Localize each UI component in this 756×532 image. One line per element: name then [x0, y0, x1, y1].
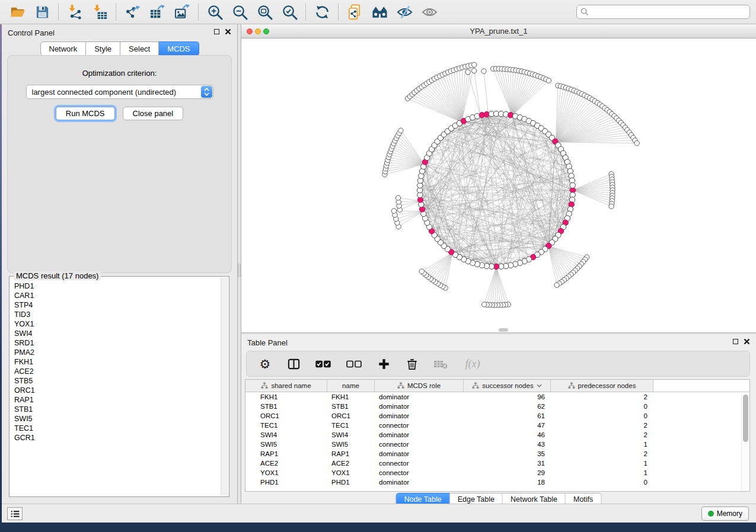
zoom-out-button[interactable]	[227, 2, 252, 22]
mcds-result-list[interactable]: PHD1CAR1STP4TID3YOX1SWI4SRD1PMA2FKH1ACE2…	[14, 281, 219, 495]
function-builder-button[interactable]: f(x)	[461, 356, 484, 371]
export-image-button[interactable]	[170, 2, 194, 22]
table-row[interactable]: STB1STB1dominator620	[245, 402, 749, 411]
mcds-result-item[interactable]: STP4	[14, 300, 219, 310]
table-vscrollbar[interactable]	[741, 393, 749, 491]
table-row[interactable]: TEC1TEC1connector472	[245, 421, 749, 430]
delete-columns-button[interactable]	[404, 356, 420, 371]
export-image-icon	[174, 4, 190, 20]
mcds-result-item[interactable]: STB1	[14, 405, 219, 414]
cell-successor-nodes: 18	[464, 477, 551, 487]
mcds-result-item[interactable]: SRD1	[14, 338, 219, 348]
import-table-icon	[92, 4, 108, 20]
table-vscroll-thumb[interactable]	[743, 395, 748, 442]
memory-button[interactable]: Memory	[701, 507, 749, 521]
cell-MCDS-role: connector	[375, 440, 464, 449]
table-row[interactable]: FKH1FKH1dominator962	[245, 392, 749, 402]
mcds-result-item[interactable]: TEC1	[14, 424, 219, 433]
vertical-splitter[interactable]	[237, 24, 241, 504]
mcds-result-item[interactable]: ACE2	[14, 367, 219, 376]
control-panel-header: Control Panel	[2, 24, 237, 40]
zoom-in-button[interactable]	[202, 2, 227, 22]
tab-style[interactable]: Style	[86, 41, 120, 56]
open-file-button[interactable]	[5, 2, 30, 22]
tab-network[interactable]: Network	[40, 41, 86, 56]
cell-successor-nodes: 62	[464, 402, 551, 411]
delete-table-button[interactable]	[433, 356, 448, 371]
mcds-result-item[interactable]: CAR1	[14, 291, 219, 300]
close-panel-icon[interactable]	[225, 28, 231, 35]
zoom-fit-button[interactable]	[252, 2, 277, 22]
import-network-button[interactable]	[62, 2, 87, 22]
tab-mcds[interactable]: MCDS	[159, 41, 199, 56]
mcds-result-item[interactable]: RAP1	[14, 395, 219, 405]
column-header-MCDS-role[interactable]: MCDS role	[375, 380, 464, 392]
add-column-button[interactable]	[376, 356, 391, 371]
task-history-button[interactable]	[7, 507, 23, 520]
show-all-button[interactable]	[417, 2, 442, 22]
optimization-criterion-select[interactable]: largest connected component (undirected)	[26, 85, 213, 99]
select-all-button[interactable]	[314, 356, 332, 371]
export-network-button[interactable]	[120, 2, 145, 22]
table-row[interactable]: YOX1YOX1connector291	[245, 468, 749, 477]
export-table-icon	[149, 4, 165, 20]
close-panel-button[interactable]: Close panel	[123, 107, 184, 120]
column-header-name[interactable]: name	[327, 380, 375, 392]
mcds-result-item[interactable]: STB5	[14, 376, 219, 386]
cell-successor-nodes: 61	[464, 411, 551, 421]
cell-MCDS-role: connector	[375, 468, 464, 477]
eye-icon	[422, 4, 438, 20]
mcds-result-item[interactable]: PMA2	[14, 348, 219, 357]
cell-predecessor-nodes: 1	[551, 440, 653, 449]
float-table-panel-icon[interactable]	[733, 339, 738, 344]
column-header-predecessor-nodes[interactable]: predecessor nodes	[551, 380, 653, 392]
mcds-result-item[interactable]: SWI5	[14, 414, 219, 424]
column-header-shared-name[interactable]: shared name	[245, 380, 327, 392]
network-view[interactable]	[241, 39, 756, 332]
mcds-result-item[interactable]: PHD1	[14, 281, 219, 291]
table-row[interactable]: SWI4SWI4dominator462	[245, 430, 749, 440]
table-row[interactable]: RAP1RAP1dominator352	[245, 449, 749, 459]
mcds-result-item[interactable]: FKH1	[14, 357, 219, 367]
new-network-from-selection-button[interactable]	[342, 2, 367, 22]
import-table-button[interactable]	[87, 2, 112, 22]
network-hscroll-thumb[interactable]	[499, 328, 508, 332]
cell-name: YOX1	[327, 468, 375, 477]
table-row[interactable]: PHD1PHD1dominator180	[245, 477, 749, 487]
network-canvas[interactable]	[241, 39, 756, 332]
table-row[interactable]: ACE2ACE2connector311	[245, 459, 749, 468]
column-settings-button[interactable]: ⚙	[257, 356, 273, 371]
mcds-result-item[interactable]: SWI4	[14, 329, 219, 338]
cell-name: ORC1	[327, 411, 375, 421]
cell-shared-name: PHD1	[245, 477, 327, 487]
toolbar-separator	[305, 4, 306, 20]
close-table-panel-icon[interactable]	[744, 338, 750, 345]
toggle-panes-button[interactable]	[286, 356, 301, 371]
export-table-button[interactable]	[145, 2, 170, 22]
apply-layout-button[interactable]	[310, 2, 334, 22]
mcds-result-item[interactable]: GCR1	[14, 433, 219, 443]
plus-icon	[378, 358, 390, 370]
cell-predecessor-nodes: 1	[551, 459, 653, 468]
mcds-list-scrollbar[interactable]	[221, 277, 228, 496]
binoculars-icon	[372, 4, 388, 20]
table-row[interactable]: ORC1ORC1dominator610	[245, 411, 749, 421]
hide-selected-button[interactable]	[392, 2, 417, 22]
splitter-handle[interactable]	[238, 264, 241, 277]
refresh-icon	[314, 4, 330, 20]
network-titlebar: YPA_prune.txt_1	[241, 24, 756, 39]
mcds-result-item[interactable]: YOX1	[14, 319, 219, 329]
search-input[interactable]	[591, 8, 746, 16]
save-session-button[interactable]	[30, 2, 55, 22]
table-row[interactable]: SWI5SWI5connector431	[245, 440, 749, 449]
run-mcds-button[interactable]: Run MCDS	[56, 107, 115, 120]
mcds-result-item[interactable]: ORC1	[14, 386, 219, 395]
export-network-icon	[125, 4, 141, 20]
zoom-selected-button[interactable]	[277, 2, 302, 22]
mcds-result-item[interactable]: TID3	[14, 310, 219, 319]
column-header-successor-nodes[interactable]: successor nodes	[464, 380, 551, 392]
float-panel-icon[interactable]	[214, 29, 219, 34]
first-neighbors-button[interactable]	[367, 2, 392, 22]
deselect-all-button[interactable]	[345, 356, 363, 371]
tab-select[interactable]: Select	[120, 41, 159, 56]
